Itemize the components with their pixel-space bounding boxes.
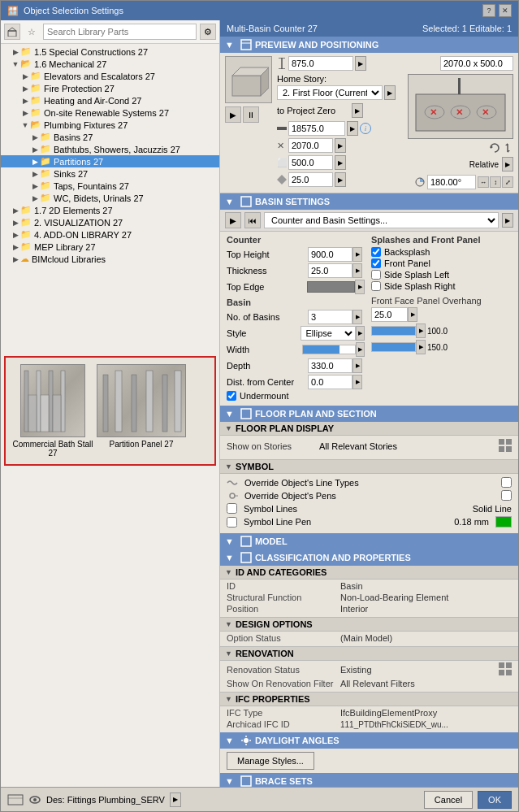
flip-h-btn[interactable]: ↔ — [478, 176, 489, 188]
tree-item-elev[interactable]: ▶ 📁 Elevators and Escalators 27 — [1, 70, 219, 82]
elevation-input[interactable] — [288, 121, 345, 136]
tree-item-bimcloud[interactable]: ▶ ☁ BIMcloud Libraries — [1, 253, 219, 265]
home-story-dropdown[interactable]: 2. First Floor (Current = 1) — [277, 85, 383, 100]
expand-icon[interactable]: ▶ — [30, 157, 40, 167]
section-header-brace-sets[interactable]: ▼ BRACE SETS — [220, 773, 518, 787]
style-arrow[interactable]: ▶ — [356, 326, 365, 341]
star-icon[interactable]: ☆ — [24, 24, 40, 40]
expand-icon[interactable]: ▼ — [11, 59, 20, 69]
expand-icon[interactable]: ▶ — [11, 230, 20, 240]
dist-arrow[interactable]: ▶ — [352, 375, 362, 389]
expand-icon[interactable]: ▶ — [30, 193, 40, 203]
flip-v-btn[interactable]: ↕ — [490, 176, 501, 188]
elev-arrow-btn[interactable]: ▶ — [347, 121, 358, 136]
ifc-header[interactable]: ▼ IFC PROPERTIES — [220, 692, 518, 706]
show-stories-settings-btn[interactable] — [499, 439, 512, 454]
expand-icon[interactable]: ▶ — [11, 218, 20, 228]
tree-item-heat[interactable]: ▶ 📁 Heating and Air-Cond 27 — [1, 94, 219, 106]
symbol-header[interactable]: ▼ SYMBOL — [220, 459, 518, 474]
tree-item-plumb[interactable]: ▼ 📂 Plumbing Fixtures 27 — [1, 119, 219, 131]
expand-icon[interactable]: ▶ — [11, 47, 20, 57]
section-header-model[interactable]: ▼ MODEL — [220, 533, 518, 549]
pen-color-swatch[interactable] — [495, 516, 512, 528]
preview-item-partition-panel[interactable]: Partition Panel 27 — [97, 364, 186, 458]
tree-item-wc[interactable]: ▶ 📁 WC, Bidets, Urinals 27 — [1, 192, 219, 204]
pause-icon-btn[interactable]: ⏸ — [243, 106, 259, 123]
section-header-daylight[interactable]: ▼ DAYLIGHT ANGLES — [220, 732, 518, 749]
counter-basin-dropdown[interactable]: Counter and Basin Settings... — [264, 212, 499, 228]
home-story-arrow-btn[interactable]: ▶ — [384, 85, 396, 100]
z-arrow-btn[interactable]: ▶ — [335, 172, 346, 187]
project-zero-arrow-btn[interactable]: ▶ — [352, 103, 363, 118]
settings-icon[interactable]: ⚙ — [200, 24, 216, 40]
help-button[interactable]: ? — [482, 4, 495, 17]
section-header-preview[interactable]: ▼ PREVIEW AND POSITIONING — [220, 37, 518, 53]
width-slider[interactable] — [302, 345, 355, 354]
tree-item-addon[interactable]: ▶ 📁 4. ADD-ON LIBRARY 27 — [1, 228, 219, 241]
expand-icon[interactable]: ▶ — [11, 254, 20, 264]
no-basins-arrow[interactable]: ▶ — [352, 310, 362, 324]
val150-arrow[interactable]: ▶ — [416, 340, 426, 354]
counter-back-btn[interactable]: ⏮ — [244, 212, 261, 228]
floor-plan-display-header[interactable]: ▼ FLOOR PLAN DISPLAY — [220, 422, 518, 436]
play-icon-btn[interactable]: ▶ — [225, 106, 241, 123]
expand-icon[interactable]: ▶ — [20, 96, 30, 106]
undermount-checkbox[interactable] — [227, 391, 236, 401]
angle-input[interactable] — [427, 175, 476, 189]
section-header-floor-plan[interactable]: ▼ FLOOR PLAN AND SECTION — [220, 406, 518, 422]
symbol-lines-checkbox[interactable] — [227, 503, 237, 514]
front-face-input[interactable] — [371, 307, 408, 322]
expand-icon[interactable]: ▶ — [30, 181, 40, 191]
top-height-input[interactable] — [308, 247, 352, 262]
reno-settings-icon-btn[interactable] — [499, 662, 512, 677]
y-arrow-btn[interactable]: ▶ — [335, 155, 346, 170]
val100-slider[interactable] — [371, 326, 416, 336]
des-arrow-btn[interactable]: ▶ — [170, 792, 181, 807]
side-splash-left-checkbox[interactable] — [371, 270, 381, 280]
design-options-header[interactable]: ▼ DESIGN OPTIONS — [220, 617, 518, 632]
x-dim-input[interactable] — [288, 138, 333, 153]
thickness-arrow[interactable]: ▶ — [352, 263, 362, 278]
preview-item-bath-stall[interactable]: Commercial Bath Stall 27 — [12, 364, 93, 458]
dist-input[interactable] — [308, 375, 352, 389]
tree-item-fire[interactable]: ▶ 📁 Fire Protection 27 — [1, 82, 219, 94]
depth-arrow[interactable]: ▶ — [352, 358, 362, 373]
expand-icon[interactable]: ▶ — [11, 242, 20, 252]
expand-icon[interactable]: ▶ — [20, 108, 30, 118]
y-dim-input[interactable] — [288, 155, 333, 170]
style-dropdown[interactable]: Ellipse — [301, 326, 356, 341]
tree-item-sinks[interactable]: ▶ 📁 Sinks 27 — [1, 167, 219, 180]
ok-button[interactable]: OK — [478, 791, 512, 809]
search-input[interactable] — [43, 24, 197, 40]
expand-icon[interactable]: ▶ — [20, 84, 30, 93]
backsplash-checkbox[interactable] — [371, 247, 381, 257]
front-face-arrow[interactable]: ▶ — [408, 307, 417, 322]
tree-item-mech[interactable]: ▼ 📂 1.6 Mechanical 27 — [1, 58, 219, 70]
tree-item-mep[interactable]: ▶ 📁 MEP Library 27 — [1, 241, 219, 253]
top-edge-arrow[interactable]: ▶ — [355, 280, 365, 294]
tree-item-viz[interactable]: ▶ 📁 2. VISUALIZATION 27 — [1, 216, 219, 228]
tree-item-partitions[interactable]: ▶ 📁 Partitions 27 — [1, 155, 219, 167]
height-input[interactable] — [288, 56, 353, 71]
tree-item-renew[interactable]: ▶ 📁 On-site Renewable Systems 27 — [1, 106, 219, 119]
relative-arrow-btn[interactable]: ▶ — [502, 157, 513, 172]
expand-icon[interactable]: ▶ — [30, 132, 40, 142]
dims-input[interactable] — [440, 56, 513, 71]
width-arrow[interactable]: ▶ — [356, 342, 365, 357]
z-dim-input[interactable] — [288, 172, 333, 187]
expand-icon[interactable]: ▶ — [20, 72, 30, 81]
tree-item-special[interactable]: ▶ 📁 1.5 Special Constructions 27 — [1, 46, 219, 58]
counter-play-btn[interactable]: ▶ — [225, 212, 241, 228]
expand-icon[interactable]: ▶ — [11, 206, 20, 215]
depth-input[interactable] — [308, 358, 352, 373]
x-arrow-btn[interactable]: ▶ — [335, 138, 346, 153]
expand-icon[interactable]: ▶ — [30, 145, 40, 154]
symbol-line-pen-checkbox[interactable] — [227, 517, 237, 528]
val150-slider[interactable] — [371, 342, 416, 352]
top-edge-swatch[interactable] — [307, 281, 355, 293]
override-pens-checkbox[interactable] — [501, 490, 512, 501]
top-height-arrow[interactable]: ▶ — [352, 247, 362, 262]
thickness-input[interactable] — [308, 263, 352, 278]
section-header-classification[interactable]: ▼ CLASSIFICATION AND PROPERTIES — [220, 549, 518, 566]
front-panel-checkbox[interactable] — [371, 258, 381, 268]
